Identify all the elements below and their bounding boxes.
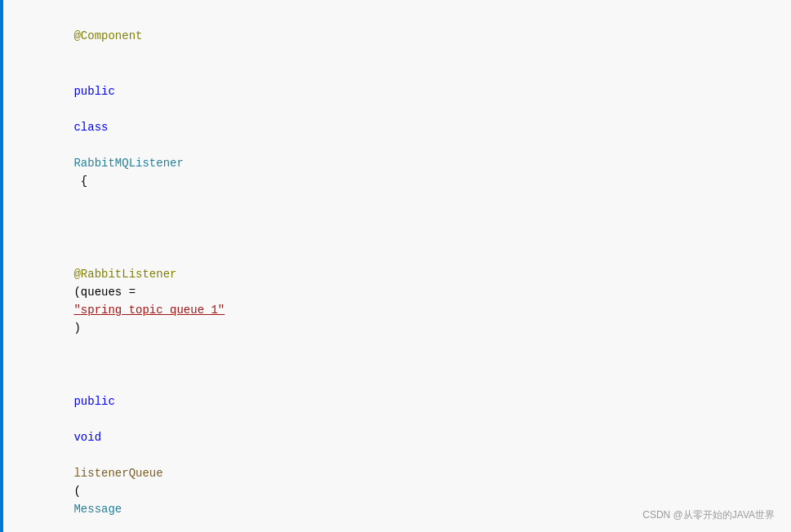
keyword: public	[73, 395, 114, 408]
line-content	[24, 210, 791, 228]
code-line: @RabbitListener (queues = "spring_topic_…	[0, 228, 791, 356]
code-line: public void listenerQueue ( Message mess…	[0, 356, 791, 532]
line-content: @Component	[24, 9, 791, 63]
line-content: public void listenerQueue ( Message mess…	[24, 357, 791, 532]
method-name: listenerQueue	[73, 467, 162, 480]
string-literal: "spring_topic_queue_1"	[73, 304, 224, 317]
watermark: CSDN @从零开始的JAVA世界	[642, 508, 775, 522]
code-line: public class RabbitMQListener {	[0, 64, 791, 209]
keyword: public	[73, 85, 114, 98]
left-bar	[0, 0, 3, 532]
line-content: public class RabbitMQListener {	[24, 64, 791, 208]
keyword: void	[73, 431, 101, 444]
code-line: @Component	[0, 8, 791, 64]
classname: Message	[73, 503, 122, 516]
keyword: class	[73, 121, 108, 134]
code-container: @Component public class RabbitMQListener…	[0, 0, 791, 532]
annotation: @Component	[73, 29, 142, 42]
annotation: @RabbitListener	[73, 268, 176, 281]
line-content: @RabbitListener (queues = "spring_topic_…	[24, 229, 791, 355]
classname: RabbitMQListener	[73, 157, 183, 170]
code-line	[0, 209, 791, 228]
